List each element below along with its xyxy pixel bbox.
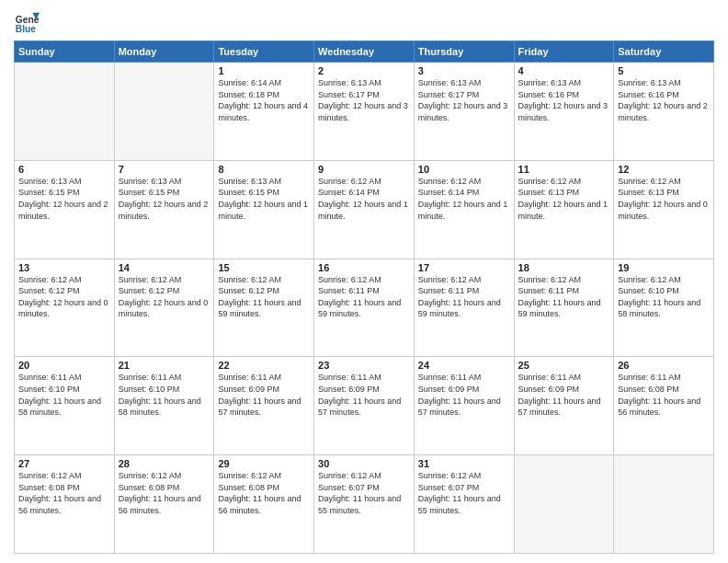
day-of-week-header: Monday [114,41,214,63]
calendar-cell: 13Sunrise: 6:12 AM Sunset: 6:12 PM Dayli… [15,259,115,357]
day-number: 19 [618,262,710,273]
calendar-cell: 8Sunrise: 6:13 AM Sunset: 6:15 PM Daylig… [214,160,314,259]
calendar-cell: 18Sunrise: 6:12 AM Sunset: 6:11 PM Dayli… [514,259,614,357]
calendar-cell: 24Sunrise: 6:11 AM Sunset: 6:09 PM Dayli… [414,357,514,455]
day-number: 10 [418,164,510,175]
day-of-week-header: Thursday [414,41,514,63]
calendar-cell: 6Sunrise: 6:13 AM Sunset: 6:15 PM Daylig… [15,160,115,259]
logo: General Blue [14,9,40,35]
calendar-cell [114,63,214,161]
calendar-week-row: 1Sunrise: 6:14 AM Sunset: 6:18 PM Daylig… [15,63,714,161]
calendar-cell: 27Sunrise: 6:12 AM Sunset: 6:08 PM Dayli… [15,455,115,554]
day-info: Sunrise: 6:13 AM Sunset: 6:15 PM Dayligh… [218,176,310,222]
day-number: 3 [418,65,510,76]
calendar-cell: 16Sunrise: 6:12 AM Sunset: 6:11 PM Dayli… [314,259,415,357]
calendar-cell: 17Sunrise: 6:12 AM Sunset: 6:11 PM Dayli… [414,259,514,357]
header: General Blue [14,9,714,35]
day-number: 30 [318,458,410,469]
day-info: Sunrise: 6:12 AM Sunset: 6:13 PM Dayligh… [618,176,710,222]
day-number: 22 [218,360,310,371]
calendar-cell: 11Sunrise: 6:12 AM Sunset: 6:13 PM Dayli… [514,160,614,259]
day-info: Sunrise: 6:12 AM Sunset: 6:12 PM Dayligh… [218,274,310,320]
day-info: Sunrise: 6:12 AM Sunset: 6:11 PM Dayligh… [318,274,410,320]
day-number: 11 [518,164,610,175]
calendar-cell: 26Sunrise: 6:11 AM Sunset: 6:08 PM Dayli… [614,357,714,455]
calendar-cell: 5Sunrise: 6:13 AM Sunset: 6:16 PM Daylig… [614,63,714,161]
day-info: Sunrise: 6:13 AM Sunset: 6:16 PM Dayligh… [518,77,610,123]
day-number: 15 [218,262,310,273]
day-number: 13 [18,262,110,273]
day-number: 6 [18,164,110,175]
day-info: Sunrise: 6:12 AM Sunset: 6:11 PM Dayligh… [518,274,610,320]
day-of-week-header: Saturday [614,41,714,63]
day-number: 8 [218,164,310,175]
calendar-cell: 1Sunrise: 6:14 AM Sunset: 6:18 PM Daylig… [214,63,314,161]
day-info: Sunrise: 6:11 AM Sunset: 6:09 PM Dayligh… [318,372,410,418]
calendar-cell [614,455,714,554]
day-number: 17 [418,262,510,273]
day-number: 16 [318,262,410,273]
day-info: Sunrise: 6:11 AM Sunset: 6:08 PM Dayligh… [618,372,710,418]
calendar-week-row: 13Sunrise: 6:12 AM Sunset: 6:12 PM Dayli… [15,259,714,357]
day-number: 12 [618,164,710,175]
day-of-week-header: Tuesday [214,41,314,63]
day-number: 25 [518,360,610,371]
calendar-cell: 7Sunrise: 6:13 AM Sunset: 6:15 PM Daylig… [114,160,214,259]
day-number: 23 [318,360,410,371]
calendar-cell: 29Sunrise: 6:12 AM Sunset: 6:08 PM Dayli… [214,455,314,554]
day-info: Sunrise: 6:12 AM Sunset: 6:10 PM Dayligh… [618,274,710,320]
calendar-cell: 21Sunrise: 6:11 AM Sunset: 6:10 PM Dayli… [114,357,214,455]
calendar-header-row: SundayMondayTuesdayWednesdayThursdayFrid… [15,41,714,63]
day-number: 28 [119,458,210,469]
calendar-cell: 9Sunrise: 6:12 AM Sunset: 6:14 PM Daylig… [314,160,415,259]
calendar-cell: 4Sunrise: 6:13 AM Sunset: 6:16 PM Daylig… [514,63,614,161]
day-number: 21 [119,360,210,371]
calendar-cell: 28Sunrise: 6:12 AM Sunset: 6:08 PM Dayli… [114,455,214,554]
day-info: Sunrise: 6:12 AM Sunset: 6:14 PM Dayligh… [418,176,510,222]
calendar-cell: 12Sunrise: 6:12 AM Sunset: 6:13 PM Dayli… [614,160,714,259]
svg-text:Blue: Blue [16,24,37,34]
day-of-week-header: Friday [514,41,614,63]
day-number: 7 [119,164,210,175]
day-number: 27 [18,458,110,469]
calendar-week-row: 20Sunrise: 6:11 AM Sunset: 6:10 PM Dayli… [15,357,714,455]
day-info: Sunrise: 6:12 AM Sunset: 6:13 PM Dayligh… [518,176,610,222]
day-of-week-header: Sunday [15,41,115,63]
day-info: Sunrise: 6:14 AM Sunset: 6:18 PM Dayligh… [218,77,310,123]
day-info: Sunrise: 6:11 AM Sunset: 6:09 PM Dayligh… [418,372,510,418]
day-number: 31 [418,458,510,469]
calendar-cell: 15Sunrise: 6:12 AM Sunset: 6:12 PM Dayli… [214,259,314,357]
day-info: Sunrise: 6:13 AM Sunset: 6:17 PM Dayligh… [318,77,410,123]
day-number: 14 [119,262,210,273]
calendar-cell: 23Sunrise: 6:11 AM Sunset: 6:09 PM Dayli… [314,357,415,455]
day-number: 4 [518,65,610,76]
day-info: Sunrise: 6:13 AM Sunset: 6:17 PM Dayligh… [418,77,510,123]
day-number: 29 [218,458,310,469]
logo-icon: General Blue [14,9,40,35]
calendar-week-row: 27Sunrise: 6:12 AM Sunset: 6:08 PM Dayli… [15,455,714,554]
day-number: 1 [218,65,310,76]
calendar-cell: 3Sunrise: 6:13 AM Sunset: 6:17 PM Daylig… [414,63,514,161]
day-info: Sunrise: 6:12 AM Sunset: 6:08 PM Dayligh… [218,470,310,516]
day-info: Sunrise: 6:12 AM Sunset: 6:08 PM Dayligh… [119,470,210,516]
day-number: 5 [618,65,710,76]
day-info: Sunrise: 6:11 AM Sunset: 6:10 PM Dayligh… [119,372,210,418]
calendar-cell: 2Sunrise: 6:13 AM Sunset: 6:17 PM Daylig… [314,63,415,161]
day-info: Sunrise: 6:12 AM Sunset: 6:11 PM Dayligh… [418,274,510,320]
calendar-week-row: 6Sunrise: 6:13 AM Sunset: 6:15 PM Daylig… [15,160,714,259]
day-info: Sunrise: 6:12 AM Sunset: 6:12 PM Dayligh… [18,274,110,320]
calendar-cell: 20Sunrise: 6:11 AM Sunset: 6:10 PM Dayli… [15,357,115,455]
day-number: 26 [618,360,710,371]
day-info: Sunrise: 6:12 AM Sunset: 6:08 PM Dayligh… [18,470,110,516]
day-info: Sunrise: 6:13 AM Sunset: 6:15 PM Dayligh… [119,176,210,222]
day-number: 20 [18,360,110,371]
day-info: Sunrise: 6:13 AM Sunset: 6:16 PM Dayligh… [618,77,710,123]
day-number: 2 [318,65,410,76]
day-info: Sunrise: 6:12 AM Sunset: 6:12 PM Dayligh… [119,274,210,320]
day-info: Sunrise: 6:13 AM Sunset: 6:15 PM Dayligh… [18,176,110,222]
calendar-cell: 25Sunrise: 6:11 AM Sunset: 6:09 PM Dayli… [514,357,614,455]
calendar-cell: 31Sunrise: 6:12 AM Sunset: 6:07 PM Dayli… [414,455,514,554]
day-of-week-header: Wednesday [314,41,415,63]
day-info: Sunrise: 6:11 AM Sunset: 6:09 PM Dayligh… [218,372,310,418]
calendar-cell: 10Sunrise: 6:12 AM Sunset: 6:14 PM Dayli… [414,160,514,259]
